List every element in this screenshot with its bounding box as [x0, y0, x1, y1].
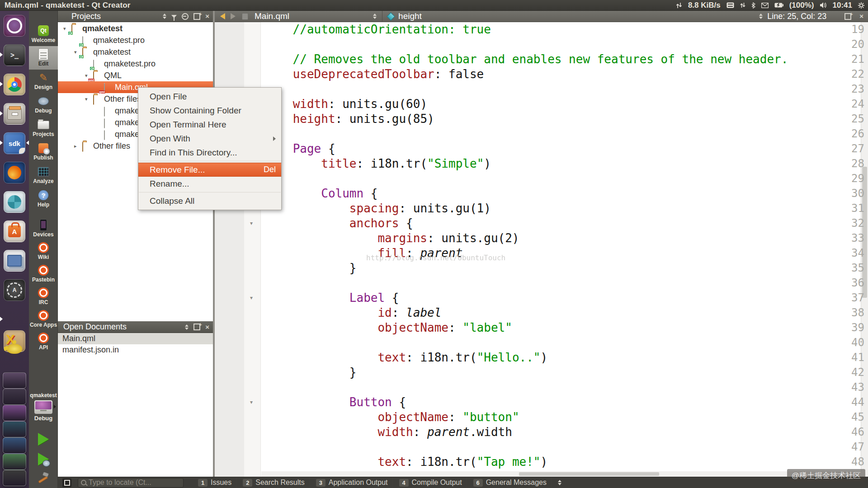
stacked-window-tile[interactable]: [3, 372, 26, 389]
go-forward-button[interactable]: [231, 13, 236, 19]
fold-marker-icon[interactable]: ▾: [250, 291, 253, 305]
menu-item-rename[interactable]: Rename...: [138, 177, 281, 191]
expander-open-icon[interactable]: ▾: [85, 73, 90, 79]
menu-item-remove-file[interactable]: Remove File...Del: [138, 163, 281, 177]
expander-open-icon[interactable]: ▾: [74, 49, 80, 55]
stacked-window-tile[interactable]: [3, 389, 26, 405]
split-panel-icon[interactable]: [193, 13, 200, 20]
kit-selector[interactable]: qmaketest Debug: [29, 392, 58, 422]
split-panel-icon[interactable]: [193, 324, 200, 330]
mail-icon[interactable]: [761, 3, 769, 8]
code-editor[interactable]: http://blog.csdn.net/UbuntuTouch 19 //au…: [215, 22, 868, 477]
output-pane-issues[interactable]: 1Issues: [193, 477, 236, 488]
mode-help[interactable]: ?Help: [29, 187, 58, 211]
gear-icon[interactable]: [858, 2, 864, 9]
expander-open-icon[interactable]: ▾: [63, 26, 69, 32]
mode-design[interactable]: ✎Design: [29, 70, 58, 93]
output-pane-general-messages[interactable]: 6General Messages: [469, 477, 552, 488]
launcher-item-terminal[interactable]: >_: [4, 44, 25, 66]
network-updown-icon[interactable]: [676, 2, 682, 9]
output-pane-search-results[interactable]: 2Search Results: [238, 477, 310, 488]
network-rate[interactable]: 8.8 KiB/s: [688, 1, 721, 10]
launcher-item-firefox[interactable]: [4, 162, 25, 183]
mode-welcome[interactable]: QtWelcome: [29, 23, 58, 46]
build-button[interactable]: [29, 469, 58, 487]
launcher-item-file-archiver[interactable]: [4, 103, 25, 125]
menu-item-open-file[interactable]: Open File: [138, 89, 281, 103]
menu-item-collapse-all[interactable]: Collapse All: [138, 194, 281, 208]
menu-item-open-with[interactable]: Open With: [138, 131, 281, 145]
arrows-updown-icon[interactable]: [740, 2, 745, 8]
cursor-dropdown-arrows-icon[interactable]: [759, 14, 763, 19]
go-back-button[interactable]: [220, 13, 225, 19]
expander-closed-icon[interactable]: ▸: [74, 143, 80, 149]
debug-run-button[interactable]: [29, 450, 58, 468]
run-button[interactable]: [29, 430, 58, 448]
panel-selector-arrows-icon[interactable]: [163, 14, 166, 19]
mode-analyze[interactable]: Analyze: [29, 164, 58, 187]
open-document-row[interactable]: manifest.json.in: [58, 344, 213, 356]
clock[interactable]: 10:41: [833, 1, 852, 10]
open-document-row[interactable]: Main.qml: [58, 333, 213, 344]
launcher-item-kteatime[interactable]: [4, 338, 25, 360]
pane-number-badge: 3: [316, 479, 326, 487]
battery-icon[interactable]: [774, 3, 783, 8]
mode-wiki[interactable]: Wiki: [29, 239, 58, 263]
locator-field[interactable]: Type to locate (Ct...: [78, 478, 184, 488]
fold-marker-icon[interactable]: ▾: [250, 216, 253, 231]
output-pane-compile-output[interactable]: 4Compile Output: [395, 477, 467, 488]
symbol-selector[interactable]: height: [398, 11, 422, 21]
keyboard-icon[interactable]: [726, 2, 734, 8]
tree-row[interactable]: ▾qmlQML: [58, 70, 213, 81]
tree-row[interactable]: ▾Qtqmaketest: [58, 23, 213, 34]
mode-irc[interactable]: IRC: [29, 285, 58, 308]
open-document-selector[interactable]: Main.qml: [255, 11, 289, 21]
expander-open-icon[interactable]: ▾: [85, 96, 90, 102]
panel-splitter[interactable]: [213, 11, 215, 477]
launcher-item-ubuntu-sdk[interactable]: sdk: [4, 132, 25, 154]
window-list-icon[interactable]: [62, 479, 71, 487]
stacked-window-tile[interactable]: [3, 405, 26, 421]
launcher-item-vmware[interactable]: [4, 250, 25, 272]
document-dropdown-arrows-icon[interactable]: [373, 14, 377, 19]
launcher-item-shotwell[interactable]: [4, 191, 25, 213]
launcher-item-software-updater[interactable]: A: [4, 279, 25, 301]
menu-item-find-in-this-directory[interactable]: Find in This Directory...: [138, 145, 281, 160]
close-panel-icon[interactable]: ×: [205, 325, 209, 329]
launcher-item-software-center[interactable]: A: [4, 221, 25, 242]
close-editor-icon[interactable]: ×: [859, 14, 863, 19]
tree-row[interactable]: Qtqmaketest.pro: [58, 58, 213, 70]
menu-item-show-containing-folder[interactable]: Show Containing Folder: [138, 103, 281, 117]
bluetooth-icon[interactable]: [751, 2, 755, 9]
horizontal-scrollbar[interactable]: [261, 471, 861, 477]
mode-pastebin[interactable]: Pastebin: [29, 262, 58, 286]
filter-icon[interactable]: [171, 15, 177, 18]
split-editor-icon[interactable]: [844, 13, 851, 20]
close-panel-icon[interactable]: ×: [205, 14, 209, 19]
launcher-item-ubuntu-home[interactable]: [4, 15, 25, 37]
sync-with-editor-icon[interactable]: [182, 13, 189, 20]
stacked-window-tile[interactable]: [3, 421, 26, 437]
mode-projects[interactable]: Projects: [29, 117, 58, 140]
launcher-item-chrome[interactable]: [4, 74, 25, 95]
fold-marker-icon[interactable]: ▾: [250, 395, 253, 410]
output-pane-application-output[interactable]: 3Application Output: [311, 477, 393, 488]
stacked-window-tile[interactable]: [3, 470, 26, 486]
mode-debug[interactable]: Debug: [29, 93, 58, 117]
maximize-output-pane-arrows-icon[interactable]: [558, 480, 561, 485]
mode-api[interactable]: API: [29, 330, 58, 353]
tree-row[interactable]: ▾Qtqmaketest: [58, 46, 213, 58]
panel-selector-arrows-icon[interactable]: [185, 324, 189, 330]
mode-edit[interactable]: Edit: [29, 46, 58, 70]
menu-item-open-terminal-here[interactable]: Open Terminal Here: [138, 117, 281, 131]
stacked-window-tile[interactable]: [3, 437, 26, 454]
mode-core-apps[interactable]: Core Apps: [29, 307, 58, 331]
mode-devices[interactable]: Devices: [29, 217, 58, 240]
folder-icon: [93, 95, 94, 105]
volume-icon[interactable]: [820, 2, 827, 8]
stacked-window-tile[interactable]: [3, 454, 26, 470]
horizontal-scrollbar-handle[interactable]: [519, 472, 659, 476]
battery-percent[interactable]: (100%): [789, 1, 814, 10]
tree-row[interactable]: Qtqmaketest.pro: [58, 34, 213, 46]
mode-publish[interactable]: Publish: [29, 140, 58, 164]
